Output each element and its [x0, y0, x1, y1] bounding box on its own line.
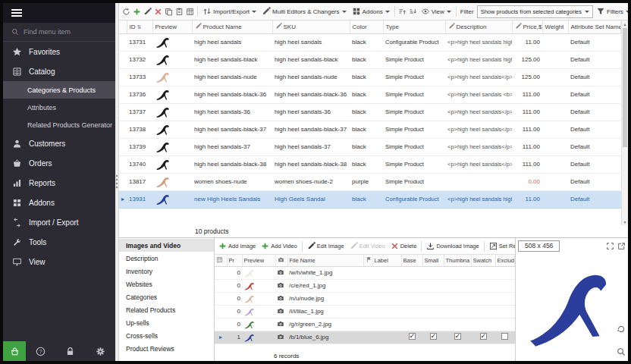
open-external-icon[interactable] [617, 242, 626, 250]
settings-button[interactable] [96, 347, 105, 356]
product-row-13736[interactable]: 13736high heel sandals-black-36high heel… [119, 86, 621, 103]
multi-editors-button[interactable]: Multi Editors & Changers [259, 6, 348, 17]
product-row-13817[interactable]: 13817women shoes-nudewomen shoes-nude-2p… [119, 173, 621, 190]
images-column-header-preview[interactable]: Preview [242, 255, 275, 266]
images-column-header-small[interactable]: Small [422, 255, 444, 266]
filter-select[interactable]: Show products from selected categories [477, 5, 593, 18]
sidebar-item-catalog[interactable]: Catalog [3, 61, 115, 81]
tab-description[interactable]: Description [119, 252, 214, 265]
lock-button[interactable] [65, 347, 75, 356]
column-header-sku[interactable]: SKU [272, 20, 350, 33]
sidebar-item-import-export[interactable]: Import / Export [3, 212, 115, 232]
store-button[interactable] [3, 341, 26, 361]
sidebar-item-related-products-generator[interactable]: Related Products Generator [3, 116, 115, 133]
image-row-1[interactable]: 0/w/h/white_1.jpg [215, 266, 515, 279]
fullscreen-icon[interactable] [606, 242, 614, 250]
product-row-13737[interactable]: 13737high heel sandals-36high heel sanda… [119, 103, 621, 121]
zoom-icon[interactable] [617, 347, 626, 356]
help-button[interactable] [36, 347, 46, 356]
thumbnail-checkbox[interactable] [454, 333, 461, 340]
sidebar-item-categories-products[interactable]: Categories & Products [3, 81, 115, 99]
tab-product-reviews[interactable]: Product Reviews [119, 342, 214, 355]
image-row-2[interactable]: 0/c/e/red_1.jpg [215, 279, 515, 292]
add-video-button[interactable]: Add Video [259, 241, 299, 251]
download-image-button[interactable]: Download Image [424, 241, 481, 251]
delete-product-icon[interactable] [153, 7, 163, 17]
sidebar-item-orders[interactable]: Orders [3, 153, 115, 173]
column-header-price[interactable]: Price,$ [512, 20, 542, 33]
add-product-icon[interactable] [132, 7, 142, 17]
images-column-header-thumbna[interactable]: Thumbna [444, 255, 471, 266]
exclude-checkbox[interactable] [501, 333, 508, 340]
images-column-header-exclude[interactable]: Exclude [495, 255, 515, 266]
addons-button[interactable]: Addons [350, 6, 392, 17]
edit-image-button[interactable]: Edit Image [305, 241, 347, 251]
delete-image-button[interactable]: Delete [388, 241, 419, 251]
sidebar-item-tools[interactable]: Tools [3, 232, 115, 252]
product-row-13738[interactable]: 13738high heel sandals-black-37high heel… [119, 121, 621, 138]
images-column-header-label[interactable]: Label [372, 255, 401, 266]
sidebar-search-input[interactable]: Find menu item [3, 23, 115, 42]
images-column-header-file-name[interactable]: File Name [287, 255, 363, 266]
tab-categories[interactable]: Categories [119, 290, 214, 303]
hamburger-menu-icon[interactable] [11, 9, 22, 17]
view-button[interactable]: View [419, 6, 454, 17]
product-row-13740[interactable]: 13740high heel sandals-black-38high heel… [119, 155, 621, 173]
tab-cross-sells[interactable]: Cross-sells [119, 329, 214, 342]
image-row-5[interactable]: 0/g/r/green_2.jpg [215, 318, 515, 331]
sidebar-item-view[interactable]: View [3, 252, 115, 271]
sidebar-item-addons[interactable]: Addons [3, 193, 115, 212]
column-header-attribute-set-name[interactable]: Attribute Set Name [568, 20, 621, 33]
image-row-6[interactable]: ▸1/b/1/blue_6.jpg [215, 331, 515, 344]
small-checkbox[interactable] [430, 333, 437, 340]
scrollbar-thumb[interactable] [623, 28, 627, 147]
images-column-header-flag-icon[interactable] [363, 255, 372, 266]
image-preview[interactable] [516, 253, 628, 361]
sort-ascending-icon[interactable] [397, 7, 407, 17]
images-column-header-base[interactable]: Base [401, 255, 422, 266]
sidebar-item-favorites[interactable]: Favorites [3, 42, 115, 61]
columns-icon[interactable] [185, 7, 195, 17]
tab-up-sells[interactable]: Up-sells [119, 316, 214, 329]
tab-related-products[interactable]: Related Products [119, 303, 214, 316]
images-column-header-camera-icon[interactable] [275, 255, 287, 266]
column-header-description[interactable]: Description [445, 20, 512, 33]
tab-images-and-video[interactable]: Images and Video [119, 239, 214, 252]
swatch-checkbox[interactable] [480, 333, 487, 340]
images-column-header-swatch[interactable]: Swatch [471, 255, 495, 266]
import-export-button[interactable]: Import/Export [200, 6, 259, 17]
sidebar-item-reports[interactable]: Reports [3, 173, 115, 193]
edit-product-icon[interactable] [143, 7, 152, 17]
paste-icon[interactable] [174, 7, 184, 17]
sidebar-item-customers[interactable]: Customers [3, 133, 115, 153]
base-checkbox[interactable] [409, 333, 416, 340]
sort-descending-icon[interactable] [408, 7, 418, 17]
column-header-weight[interactable]: Weight [542, 20, 568, 33]
set-resize-rule-button[interactable]: Set Resize Rule [487, 241, 515, 251]
scroll-down-arrow[interactable]: ▼ [622, 218, 628, 225]
product-row-13931[interactable]: ▸13931new High Heels SandalsHigh Geels S… [119, 190, 621, 208]
image-row-4[interactable]: 0/l/i/lilac_1.jpg [215, 305, 515, 318]
column-header-type[interactable]: Type [383, 20, 445, 33]
refresh-icon[interactable] [121, 7, 131, 17]
scroll-up-arrow[interactable]: ▲ [622, 20, 628, 27]
column-header-id[interactable]: ID⇅ [127, 20, 152, 33]
column-header-color[interactable]: Color [350, 20, 383, 33]
sidebar-item-attributes[interactable]: Attributes [3, 99, 115, 116]
product-row-13732[interactable]: 13732high heel sandals-blackhigh heel sa… [119, 51, 621, 68]
column-header-preview[interactable]: Preview [152, 20, 192, 33]
rotate-icon[interactable] [617, 325, 626, 334]
vertical-scrollbar[interactable]: ▲ ▼ [621, 20, 628, 225]
tab-inventory[interactable]: Inventory [119, 265, 214, 278]
filters-button[interactable]: Filters [594, 6, 628, 17]
add-image-button[interactable]: Add Image [216, 241, 258, 251]
images-column-header-pr[interactable]: Pr [227, 255, 242, 266]
product-row-13739[interactable]: 13739high heel sandals-37high heel sanda… [119, 138, 621, 155]
column-header-product-name[interactable]: Product Name [192, 20, 272, 33]
edit-video-button[interactable]: Edit Video [347, 241, 388, 251]
images-column-header-grid-icon[interactable] [215, 255, 227, 266]
product-row-13733[interactable]: 13733high heel sandals-nudehigh heel san… [119, 68, 621, 86]
product-row-13731[interactable]: 13731high heel sandalshigh heel sandalsb… [119, 33, 621, 51]
image-row-3[interactable]: 0/n/u/nude.jpg [215, 292, 515, 305]
copy-icon[interactable] [164, 7, 174, 17]
